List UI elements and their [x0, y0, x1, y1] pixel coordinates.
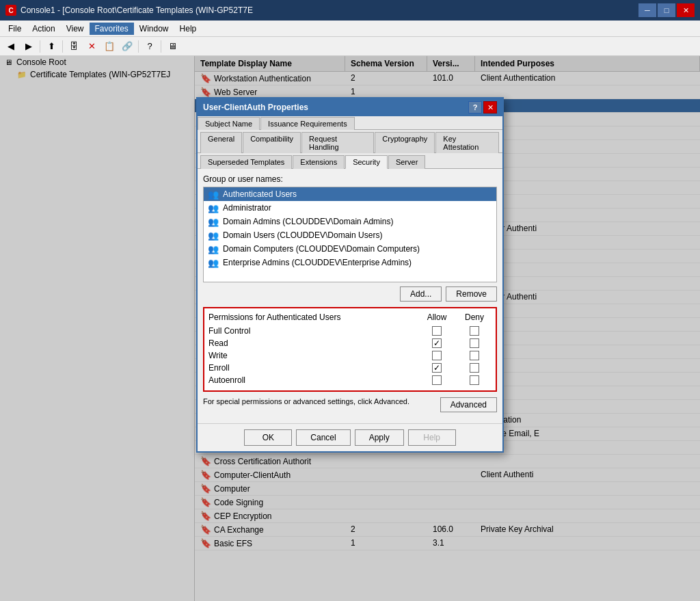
up-button[interactable]: ⬆: [43, 39, 59, 54]
allow-checkbox-3[interactable]: [432, 363, 442, 373]
menu-window[interactable]: Window: [134, 23, 174, 35]
remove-button[interactable]: Remove: [446, 286, 497, 302]
group-users-label: Group or user names:: [203, 174, 497, 184]
perm-name-4: Autoenroll: [208, 375, 416, 385]
toolbar-separator-1: [40, 40, 40, 53]
user-name: Domain Admins (CLOUDDEV\Domain Admins): [223, 217, 393, 226]
tab-extensions[interactable]: Extensions: [293, 155, 345, 169]
user-list-box[interactable]: 👥 Authenticated Users 👥 Administrator 👥 …: [203, 187, 497, 282]
deny-checkbox-2[interactable]: [470, 351, 479, 360]
deny-checkbox-3[interactable]: [470, 363, 479, 373]
deny-checkbox-1[interactable]: [470, 338, 479, 348]
tab-superseded-templates[interactable]: Superseded Templates: [200, 155, 292, 169]
toolbar: ◀ ▶ ⬆ 🗄 ✕ 📋 🔗 ? 🖥: [0, 37, 700, 56]
export-button[interactable]: 🔗: [119, 39, 135, 54]
tab-request-handling[interactable]: Request Handling: [301, 132, 374, 153]
toolbar-separator-2: [62, 40, 63, 53]
title-bar-text: Console1 - [Console Root\Certificate Tem…: [21, 5, 253, 15]
minimize-button[interactable]: ─: [638, 3, 656, 17]
user-list-item[interactable]: 👥 Domain Admins (CLOUDDEV\Domain Admins): [204, 215, 496, 228]
perm-row: Enroll: [208, 362, 492, 374]
dialog-footer: OK Cancel Apply Help: [198, 423, 502, 451]
delete-button[interactable]: ✕: [83, 39, 100, 54]
ok-button[interactable]: OK: [244, 429, 292, 446]
properties-button[interactable]: 📋: [101, 39, 118, 54]
allow-checkbox-2[interactable]: [432, 351, 442, 360]
perm-deny-1: [457, 338, 492, 348]
add-remove-row: Add... Remove: [203, 286, 497, 302]
perm-row: Write: [208, 349, 492, 362]
tab-key-attestation[interactable]: Key Attestation: [435, 132, 499, 153]
dialog-tabs-row2b: Superseded Templates Extensions Security…: [198, 153, 502, 169]
dialog-tabs-row1: Subject Name Issuance Requirements: [198, 116, 502, 130]
user-list-item[interactable]: 👥 Authenticated Users: [204, 187, 496, 201]
user-name: Enterprise Admins (CLOUDDEV\Enterprise A…: [223, 258, 412, 267]
dialog-help-button[interactable]: ?: [468, 101, 482, 113]
user-list-item[interactable]: 👥 Domain Users (CLOUDDEV\Domain Users): [204, 228, 496, 242]
forward-button[interactable]: ▶: [21, 39, 37, 54]
tab-subject-name[interactable]: Subject Name: [198, 117, 260, 130]
maximize-button[interactable]: □: [658, 3, 675, 17]
advanced-note: For special permissions or advanced sett…: [203, 397, 440, 405]
dialog-title: User-ClientAuth Properties: [203, 103, 308, 112]
user-list-item[interactable]: 👥 Domain Computers (CLOUDDEV\Domain Comp…: [204, 242, 496, 256]
tab-issuance-requirements[interactable]: Issuance Requirements: [260, 117, 355, 130]
menu-help[interactable]: Help: [174, 23, 202, 35]
tab-general[interactable]: General: [200, 132, 242, 153]
advanced-button[interactable]: Advanced: [440, 397, 497, 412]
perm-deny-3: [457, 363, 492, 373]
user-icon: 👥: [208, 230, 219, 241]
user-name: Authenticated Users: [223, 189, 297, 199]
user-list: 👥 Authenticated Users 👥 Administrator 👥 …: [204, 187, 496, 269]
user-list-item[interactable]: 👥 Enterprise Admins (CLOUDDEV\Enterprise…: [204, 256, 496, 269]
dialog-tabs-row2a: General Compatibility Request Handling C…: [198, 130, 502, 153]
user-icon: 👥: [208, 216, 219, 227]
user-name: Domain Users (CLOUDDEV\Domain Users): [223, 230, 382, 240]
dialog-content: Group or user names: 👥 Authenticated Use…: [198, 169, 502, 423]
menu-favorites[interactable]: Favorites: [90, 23, 134, 35]
perm-allow-3: [416, 363, 457, 373]
tab-security[interactable]: Security: [345, 155, 388, 169]
console-button[interactable]: 🖥: [164, 39, 180, 54]
user-name: Domain Computers (CLOUDDEV\Domain Comput…: [223, 244, 420, 254]
apply-button[interactable]: Apply: [355, 429, 404, 446]
tab-server[interactable]: Server: [388, 155, 425, 169]
deny-checkbox-4[interactable]: [470, 375, 479, 385]
dialog-help-footer-button[interactable]: Help: [408, 429, 456, 446]
allow-checkbox-4[interactable]: [432, 375, 442, 385]
properties-dialog: User-ClientAuth Properties ? ✕ Subject N…: [196, 97, 504, 453]
user-icon: 👥: [208, 243, 219, 254]
dialog-title-controls: ? ✕: [468, 101, 497, 113]
user-icon: 👥: [208, 189, 219, 200]
user-icon: 👥: [208, 202, 219, 213]
perm-row: Autoenroll: [208, 374, 492, 386]
show-hide-button[interactable]: 🗄: [66, 39, 82, 54]
perm-deny-0: [457, 326, 492, 336]
add-button[interactable]: Add...: [400, 286, 442, 302]
perm-name-1: Read: [208, 338, 416, 348]
toolbar-separator-4: [161, 40, 161, 53]
user-list-item[interactable]: 👥 Administrator: [204, 201, 496, 215]
perm-name-0: Full Control: [208, 326, 416, 336]
perm-allow-2: [416, 351, 457, 360]
close-button[interactable]: ✕: [677, 3, 695, 17]
help-toolbar-button[interactable]: ?: [142, 39, 158, 54]
back-button[interactable]: ◀: [3, 39, 19, 54]
perm-name-3: Enroll: [208, 363, 416, 373]
perm-allow-1: [416, 338, 457, 348]
allow-checkbox-0[interactable]: [432, 326, 442, 336]
advanced-row: For special permissions or advanced sett…: [203, 397, 497, 412]
tab-compatibility[interactable]: Compatibility: [243, 132, 301, 153]
permissions-header: Permissions for Authenticated Users Allo…: [208, 312, 492, 322]
dialog-close-button[interactable]: ✕: [483, 101, 497, 113]
deny-checkbox-0[interactable]: [470, 326, 479, 336]
cancel-button[interactable]: Cancel: [296, 429, 350, 446]
menu-action[interactable]: Action: [27, 23, 60, 35]
menu-file[interactable]: File: [3, 23, 27, 35]
user-icon: 👥: [208, 257, 219, 268]
allow-checkbox-1[interactable]: [432, 338, 442, 348]
perm-deny-2: [457, 351, 492, 360]
permissions-box: Permissions for Authenticated Users Allo…: [203, 307, 497, 392]
menu-view[interactable]: View: [61, 23, 90, 35]
tab-cryptography[interactable]: Cryptography: [375, 132, 435, 153]
